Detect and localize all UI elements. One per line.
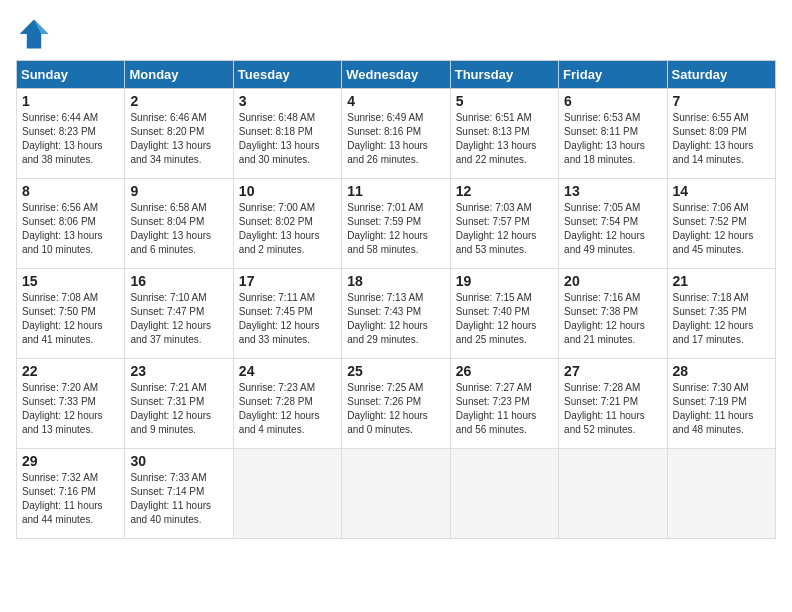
calendar-table: SundayMondayTuesdayWednesdayThursdayFrid… [16, 60, 776, 539]
calendar-cell: 20Sunrise: 7:16 AM Sunset: 7:38 PM Dayli… [559, 269, 667, 359]
calendar-cell: 17Sunrise: 7:11 AM Sunset: 7:45 PM Dayli… [233, 269, 341, 359]
weekday-header: Friday [559, 61, 667, 89]
calendar-cell: 10Sunrise: 7:00 AM Sunset: 8:02 PM Dayli… [233, 179, 341, 269]
calendar-cell: 7Sunrise: 6:55 AM Sunset: 8:09 PM Daylig… [667, 89, 775, 179]
cell-text: Sunrise: 7:01 AM Sunset: 7:59 PM Dayligh… [347, 201, 444, 257]
day-number: 26 [456, 363, 553, 379]
cell-text: Sunrise: 7:30 AM Sunset: 7:19 PM Dayligh… [673, 381, 770, 437]
logo [16, 16, 56, 52]
cell-text: Sunrise: 7:13 AM Sunset: 7:43 PM Dayligh… [347, 291, 444, 347]
cell-text: Sunrise: 7:32 AM Sunset: 7:16 PM Dayligh… [22, 471, 119, 527]
day-number: 9 [130, 183, 227, 199]
cell-text: Sunrise: 7:00 AM Sunset: 8:02 PM Dayligh… [239, 201, 336, 257]
day-number: 7 [673, 93, 770, 109]
day-number: 25 [347, 363, 444, 379]
page-header [16, 16, 776, 52]
cell-text: Sunrise: 6:55 AM Sunset: 8:09 PM Dayligh… [673, 111, 770, 167]
cell-text: Sunrise: 7:15 AM Sunset: 7:40 PM Dayligh… [456, 291, 553, 347]
cell-text: Sunrise: 7:21 AM Sunset: 7:31 PM Dayligh… [130, 381, 227, 437]
calendar-cell [233, 449, 341, 539]
calendar-cell: 9Sunrise: 6:58 AM Sunset: 8:04 PM Daylig… [125, 179, 233, 269]
cell-text: Sunrise: 7:28 AM Sunset: 7:21 PM Dayligh… [564, 381, 661, 437]
calendar-cell [342, 449, 450, 539]
weekday-header: Tuesday [233, 61, 341, 89]
day-number: 24 [239, 363, 336, 379]
day-number: 3 [239, 93, 336, 109]
day-number: 18 [347, 273, 444, 289]
calendar-cell: 5Sunrise: 6:51 AM Sunset: 8:13 PM Daylig… [450, 89, 558, 179]
calendar-cell: 8Sunrise: 6:56 AM Sunset: 8:06 PM Daylig… [17, 179, 125, 269]
day-number: 14 [673, 183, 770, 199]
cell-text: Sunrise: 6:53 AM Sunset: 8:11 PM Dayligh… [564, 111, 661, 167]
cell-text: Sunrise: 7:08 AM Sunset: 7:50 PM Dayligh… [22, 291, 119, 347]
cell-text: Sunrise: 7:25 AM Sunset: 7:26 PM Dayligh… [347, 381, 444, 437]
cell-text: Sunrise: 7:06 AM Sunset: 7:52 PM Dayligh… [673, 201, 770, 257]
calendar-cell: 19Sunrise: 7:15 AM Sunset: 7:40 PM Dayli… [450, 269, 558, 359]
day-number: 8 [22, 183, 119, 199]
day-number: 6 [564, 93, 661, 109]
cell-text: Sunrise: 6:49 AM Sunset: 8:16 PM Dayligh… [347, 111, 444, 167]
day-number: 22 [22, 363, 119, 379]
calendar-cell: 12Sunrise: 7:03 AM Sunset: 7:57 PM Dayli… [450, 179, 558, 269]
cell-text: Sunrise: 7:11 AM Sunset: 7:45 PM Dayligh… [239, 291, 336, 347]
weekday-header: Sunday [17, 61, 125, 89]
calendar-cell [450, 449, 558, 539]
calendar-cell: 23Sunrise: 7:21 AM Sunset: 7:31 PM Dayli… [125, 359, 233, 449]
day-number: 2 [130, 93, 227, 109]
cell-text: Sunrise: 6:44 AM Sunset: 8:23 PM Dayligh… [22, 111, 119, 167]
cell-text: Sunrise: 7:27 AM Sunset: 7:23 PM Dayligh… [456, 381, 553, 437]
logo-icon [16, 16, 52, 52]
calendar-week-row: 22Sunrise: 7:20 AM Sunset: 7:33 PM Dayli… [17, 359, 776, 449]
cell-text: Sunrise: 7:20 AM Sunset: 7:33 PM Dayligh… [22, 381, 119, 437]
calendar-cell: 3Sunrise: 6:48 AM Sunset: 8:18 PM Daylig… [233, 89, 341, 179]
cell-text: Sunrise: 7:33 AM Sunset: 7:14 PM Dayligh… [130, 471, 227, 527]
calendar-cell: 18Sunrise: 7:13 AM Sunset: 7:43 PM Dayli… [342, 269, 450, 359]
calendar-body: 1Sunrise: 6:44 AM Sunset: 8:23 PM Daylig… [17, 89, 776, 539]
calendar-week-row: 29Sunrise: 7:32 AM Sunset: 7:16 PM Dayli… [17, 449, 776, 539]
day-number: 10 [239, 183, 336, 199]
calendar-cell: 2Sunrise: 6:46 AM Sunset: 8:20 PM Daylig… [125, 89, 233, 179]
day-number: 27 [564, 363, 661, 379]
calendar-cell: 25Sunrise: 7:25 AM Sunset: 7:26 PM Dayli… [342, 359, 450, 449]
calendar-cell: 28Sunrise: 7:30 AM Sunset: 7:19 PM Dayli… [667, 359, 775, 449]
day-number: 21 [673, 273, 770, 289]
calendar-cell [667, 449, 775, 539]
day-number: 4 [347, 93, 444, 109]
day-number: 11 [347, 183, 444, 199]
day-number: 20 [564, 273, 661, 289]
cell-text: Sunrise: 6:48 AM Sunset: 8:18 PM Dayligh… [239, 111, 336, 167]
cell-text: Sunrise: 7:10 AM Sunset: 7:47 PM Dayligh… [130, 291, 227, 347]
cell-text: Sunrise: 7:03 AM Sunset: 7:57 PM Dayligh… [456, 201, 553, 257]
cell-text: Sunrise: 7:23 AM Sunset: 7:28 PM Dayligh… [239, 381, 336, 437]
calendar-cell: 1Sunrise: 6:44 AM Sunset: 8:23 PM Daylig… [17, 89, 125, 179]
calendar-cell: 22Sunrise: 7:20 AM Sunset: 7:33 PM Dayli… [17, 359, 125, 449]
day-number: 12 [456, 183, 553, 199]
day-number: 13 [564, 183, 661, 199]
weekday-header: Saturday [667, 61, 775, 89]
day-number: 1 [22, 93, 119, 109]
calendar-cell: 26Sunrise: 7:27 AM Sunset: 7:23 PM Dayli… [450, 359, 558, 449]
calendar-header-row: SundayMondayTuesdayWednesdayThursdayFrid… [17, 61, 776, 89]
calendar-cell: 16Sunrise: 7:10 AM Sunset: 7:47 PM Dayli… [125, 269, 233, 359]
day-number: 15 [22, 273, 119, 289]
cell-text: Sunrise: 6:51 AM Sunset: 8:13 PM Dayligh… [456, 111, 553, 167]
calendar-cell [559, 449, 667, 539]
calendar-cell: 13Sunrise: 7:05 AM Sunset: 7:54 PM Dayli… [559, 179, 667, 269]
calendar-cell: 11Sunrise: 7:01 AM Sunset: 7:59 PM Dayli… [342, 179, 450, 269]
cell-text: Sunrise: 7:16 AM Sunset: 7:38 PM Dayligh… [564, 291, 661, 347]
day-number: 28 [673, 363, 770, 379]
day-number: 23 [130, 363, 227, 379]
calendar-cell: 27Sunrise: 7:28 AM Sunset: 7:21 PM Dayli… [559, 359, 667, 449]
calendar-cell: 21Sunrise: 7:18 AM Sunset: 7:35 PM Dayli… [667, 269, 775, 359]
calendar-cell: 14Sunrise: 7:06 AM Sunset: 7:52 PM Dayli… [667, 179, 775, 269]
calendar-cell: 6Sunrise: 6:53 AM Sunset: 8:11 PM Daylig… [559, 89, 667, 179]
calendar-cell: 29Sunrise: 7:32 AM Sunset: 7:16 PM Dayli… [17, 449, 125, 539]
calendar-cell: 30Sunrise: 7:33 AM Sunset: 7:14 PM Dayli… [125, 449, 233, 539]
day-number: 17 [239, 273, 336, 289]
calendar-cell: 15Sunrise: 7:08 AM Sunset: 7:50 PM Dayli… [17, 269, 125, 359]
cell-text: Sunrise: 7:18 AM Sunset: 7:35 PM Dayligh… [673, 291, 770, 347]
cell-text: Sunrise: 6:58 AM Sunset: 8:04 PM Dayligh… [130, 201, 227, 257]
cell-text: Sunrise: 6:56 AM Sunset: 8:06 PM Dayligh… [22, 201, 119, 257]
calendar-week-row: 15Sunrise: 7:08 AM Sunset: 7:50 PM Dayli… [17, 269, 776, 359]
day-number: 16 [130, 273, 227, 289]
